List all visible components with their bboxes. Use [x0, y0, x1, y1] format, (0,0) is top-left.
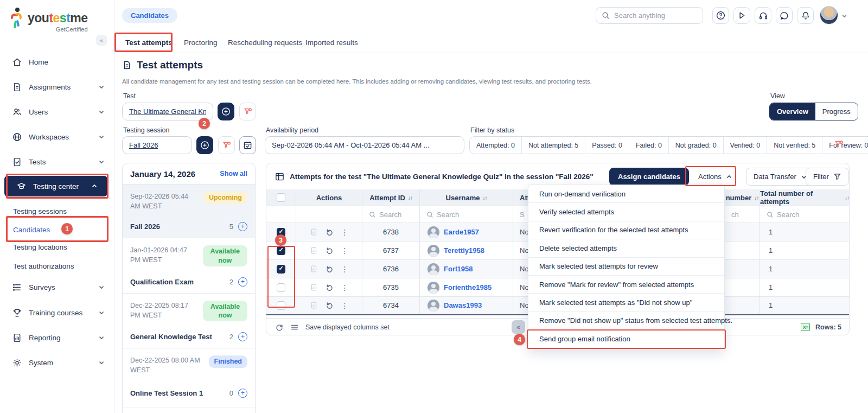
- save-columns-label[interactable]: Save displayed columns set: [305, 323, 390, 331]
- sidebar-item-workspaces[interactable]: Workspaces: [0, 128, 114, 145]
- kebab-menu-icon[interactable]: [341, 246, 349, 255]
- sidebar-item-reporting[interactable]: Reporting: [0, 329, 114, 346]
- username-link[interactable]: Dawas1993: [444, 301, 482, 309]
- show-all-link[interactable]: Show all: [220, 170, 247, 177]
- sidebar-item-home[interactable]: Home: [0, 53, 114, 71]
- session-card-general-knowledge-test[interactable]: Dec-22-2025 08:17 PM WESTAvailable now G…: [123, 294, 255, 349]
- add-session-button[interactable]: [196, 136, 213, 154]
- kebab-menu-icon[interactable]: [341, 301, 349, 310]
- sidebar-item-candidates[interactable]: Candidates: [0, 222, 114, 237]
- status-segment-not-verified[interactable]: Not verified: 5: [767, 137, 822, 154]
- testing-session-select[interactable]: Fall 2026: [122, 136, 192, 154]
- tab-imported-results[interactable]: Imported results: [305, 31, 358, 53]
- search-number[interactable]: ch: [725, 206, 760, 223]
- report-icon[interactable]: [310, 283, 318, 291]
- revert-icon[interactable]: [326, 228, 334, 236]
- actions-button[interactable]: Actions: [691, 168, 740, 186]
- add-candidate-icon[interactable]: [238, 277, 247, 287]
- sidebar-item-system[interactable]: System: [0, 354, 114, 371]
- add-candidate-icon[interactable]: [238, 332, 247, 341]
- tutorials-button[interactable]: [733, 7, 750, 24]
- session-card-qualification-exam[interactable]: Jan-01-2026 04:47 PM WESTAvailable now Q…: [123, 238, 255, 294]
- sidebar-item-testing-locations[interactable]: Testing locations: [0, 239, 114, 255]
- tab-test-attempts[interactable]: Test attempts: [125, 31, 173, 53]
- add-candidate-icon[interactable]: [238, 222, 247, 231]
- status-segment-not-graded[interactable]: Not graded: 0: [669, 137, 724, 154]
- username-link[interactable]: Forl1958: [444, 265, 473, 273]
- menu-item-mark-for-review[interactable]: Mark selected test attempts for review: [528, 258, 724, 276]
- revert-icon[interactable]: [326, 283, 334, 291]
- row-checkbox[interactable]: [277, 246, 285, 255]
- avatar[interactable]: [820, 6, 838, 24]
- chevron-down-icon[interactable]: [841, 13, 847, 19]
- revert-icon[interactable]: [326, 246, 334, 255]
- column-header-username[interactable]: Username: [420, 189, 513, 206]
- report-icon[interactable]: [310, 246, 318, 255]
- view-option-overview[interactable]: Overview: [770, 103, 815, 120]
- menu-item-revert-verification[interactable]: Revert verification for the selected tes…: [528, 221, 724, 239]
- help-button[interactable]: [712, 7, 729, 24]
- status-segment-for-review[interactable]: For review: 0: [822, 137, 868, 154]
- select-all-checkbox[interactable]: [277, 193, 285, 202]
- assign-candidates-button[interactable]: Assign candidates: [609, 168, 689, 186]
- data-transfer-button[interactable]: Data Transfer: [746, 168, 815, 186]
- session-card-online-test-session-1[interactable]: Dec-22-2025 08:00 AM WESTFinished Online…: [123, 348, 255, 408]
- breadcrumb[interactable]: Candidates: [122, 8, 177, 23]
- search-attempt-id[interactable]: Search: [362, 206, 420, 223]
- calendar-button[interactable]: [239, 136, 256, 154]
- revert-icon[interactable]: [326, 301, 334, 309]
- sidebar-item-testing-sessions[interactable]: Testing sessions: [0, 204, 114, 219]
- sidebar-item-test-authorizations[interactable]: Test authorizations: [0, 258, 114, 274]
- status-segment-passed[interactable]: Passed: 0: [585, 137, 629, 154]
- sidebar-item-tests[interactable]: Tests: [0, 153, 114, 170]
- add-test-button[interactable]: [218, 103, 234, 120]
- filter-button[interactable]: Filter: [806, 168, 849, 186]
- tab-rescheduling-requests[interactable]: Rescheduling requests: [228, 31, 302, 53]
- status-segment-attempted[interactable]: Attempted: 0: [470, 137, 522, 154]
- sidebar-item-assignments[interactable]: Assignments: [0, 78, 114, 96]
- add-candidate-icon[interactable]: [238, 389, 247, 398]
- status-segment-not-attempted[interactable]: Not attempted: 5: [522, 137, 585, 154]
- status-segment-verified[interactable]: Verified: 0: [724, 137, 768, 154]
- availability-input[interactable]: Sep-02-2026 05:44 AM - Oct-01-2026 05:44…: [265, 136, 464, 154]
- column-header-number[interactable]: number: [725, 189, 760, 206]
- status-segment-failed[interactable]: Failed: 0: [629, 137, 669, 154]
- menu-item-mark-did-not-show-up[interactable]: Mark selected test attempts as "Did not …: [528, 294, 724, 312]
- test-select[interactable]: The Ultimate General Kn...: [122, 103, 213, 120]
- kebab-menu-icon[interactable]: [341, 265, 349, 274]
- refresh-icon[interactable]: [275, 323, 284, 332]
- row-checkbox[interactable]: [277, 283, 285, 292]
- clear-status-filter-icon[interactable]: [834, 140, 844, 149]
- menu-item-remove-did-not-show-up[interactable]: Remove "Did not show up" status from sel…: [528, 312, 724, 330]
- column-header-total-attempts[interactable]: Total number of attempts: [760, 189, 849, 206]
- view-option-progress[interactable]: Progress: [815, 103, 858, 120]
- search-username[interactable]: Search: [420, 206, 513, 223]
- report-icon[interactable]: [310, 301, 318, 309]
- username-link[interactable]: Earde1957: [444, 228, 479, 236]
- menu-item-verify-attempts[interactable]: Verify selected attempts: [528, 203, 724, 221]
- column-header-attempt-id[interactable]: Attempt ID: [362, 189, 420, 206]
- column-header-actions[interactable]: Actions: [316, 194, 342, 202]
- kebab-menu-icon[interactable]: [341, 283, 349, 292]
- sidebar-item-training-courses[interactable]: Training courses: [0, 304, 114, 321]
- tab-proctoring[interactable]: Proctoring: [184, 31, 218, 53]
- row-checkbox[interactable]: [277, 301, 285, 310]
- username-link[interactable]: Terettly1958: [444, 246, 484, 255]
- row-checkbox[interactable]: [277, 265, 285, 274]
- notifications-button[interactable]: [797, 7, 814, 24]
- report-icon[interactable]: [310, 265, 318, 273]
- clear-test-filter-button[interactable]: [239, 103, 256, 120]
- columns-menu-icon[interactable]: [290, 323, 299, 332]
- menu-item-run-verification[interactable]: Run on-demand verification: [528, 185, 724, 203]
- chat-button[interactable]: [776, 7, 793, 24]
- search-input[interactable]: [614, 11, 690, 20]
- menu-item-remove-mark-for-review[interactable]: Remove "Mark for review" from selected a…: [528, 276, 724, 294]
- sidebar-item-surveys[interactable]: Surveys: [0, 278, 114, 296]
- session-card-fall-2026[interactable]: Sep-02-2026 05:44 AM WESTUpcoming Fall 2…: [123, 185, 255, 238]
- kebab-menu-icon[interactable]: [341, 228, 349, 237]
- username-link[interactable]: Forienthe1985: [444, 283, 492, 291]
- menu-item-send-group-email[interactable]: Send group email notification: [528, 330, 724, 348]
- search-total-attempts[interactable]: Search: [760, 206, 849, 223]
- collapse-panel-button[interactable]: [512, 320, 525, 334]
- sidebar-item-users[interactable]: Users: [0, 103, 114, 120]
